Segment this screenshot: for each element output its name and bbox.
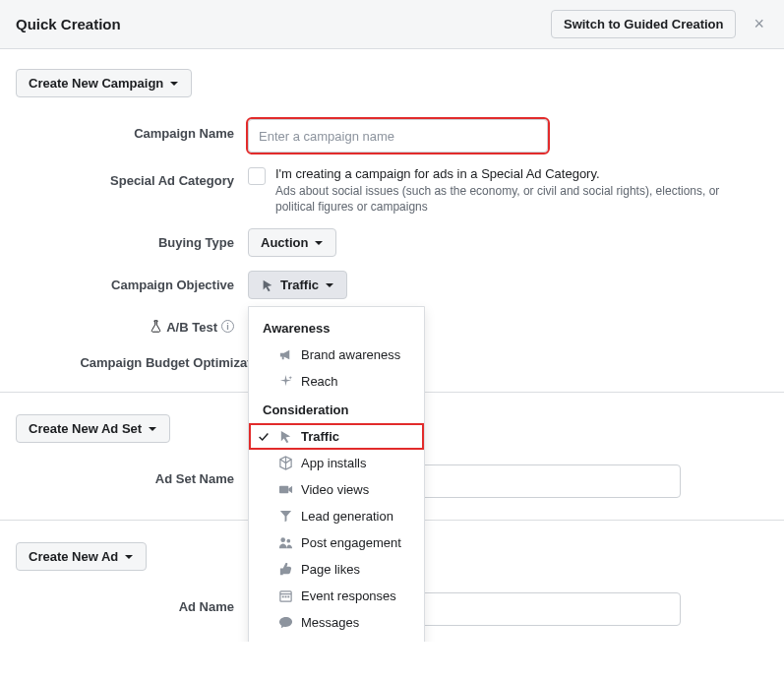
campaign-objective-dropdown[interactable]: Traffic [248,271,347,299]
special-ad-category-primary: I'm creating a campaign for ads in a Spe… [275,166,738,181]
objective-option-label: Messages [301,615,359,630]
special-ad-category-checkbox[interactable] [248,167,266,185]
objective-option-label: Event responses [301,588,396,603]
adset-name-label: Ad Set Name [16,464,248,498]
caret-down-icon [148,424,157,434]
cbo-label: Campaign Budget Optimization [80,355,271,370]
abtest-label: A/B Test [166,320,217,335]
create-new-adset-label: Create New Ad Set [29,421,142,436]
sparkle-icon [278,374,293,389]
info-icon[interactable]: i [221,320,234,333]
cursor-icon [261,279,274,292]
check-icon [257,430,271,444]
objective-option-lead-generation[interactable]: Lead generation [249,503,424,529]
campaign-name-input[interactable] [248,119,548,153]
objective-group-awareness: Awareness [249,313,424,341]
caret-down-icon [314,238,324,248]
thumb-icon [278,562,293,577]
calendar-icon [278,588,293,603]
people-icon [278,535,293,550]
objective-option-app-installs[interactable]: App installs [249,450,424,476]
campaign-name-label: Campaign Name [16,119,248,153]
switch-to-guided-label: Switch to Guided Creation [564,17,724,31]
objective-option-video-views[interactable]: Video views [249,476,424,503]
special-ad-category-label: Special Ad Category [16,166,248,215]
abtest-row-label: A/B Test i [16,313,248,335]
objective-option-label: Page likes [301,562,360,577]
cursor-icon [278,429,293,444]
video-icon [278,482,293,497]
campaign-section: Create New Campaign Campaign Name Specia… [16,65,768,392]
create-new-adset-button[interactable]: Create New Ad Set [16,414,170,443]
objective-group-consideration: Consideration [249,395,424,423]
create-new-ad-button[interactable]: Create New Ad [16,542,147,571]
buying-type-label: Buying Type [16,228,248,257]
objective-option-reach[interactable]: Reach [249,368,424,395]
objective-group-conversion: Conversion [249,636,424,642]
create-new-campaign-button[interactable]: Create New Campaign [16,69,192,97]
objective-option-label: Video views [301,482,369,497]
objective-dropdown-panel: Awareness Brand awareness Reach Consider… [248,306,425,642]
flask-icon [150,320,162,333]
close-icon[interactable]: × [750,14,768,34]
create-new-ad-label: Create New Ad [29,549,118,564]
objective-option-traffic[interactable]: Traffic [249,423,424,450]
campaign-objective-label: Campaign Objective [16,271,248,299]
objective-option-event-responses[interactable]: Event responses [249,583,424,609]
objective-option-label: Post engagement [301,535,401,550]
header-title: Quick Creation [16,16,551,32]
caret-down-icon [169,79,179,89]
switch-to-guided-button[interactable]: Switch to Guided Creation [551,10,737,38]
objective-option-page-likes[interactable]: Page likes [249,556,424,583]
megaphone-icon [278,347,293,362]
objective-option-label: Traffic [301,429,339,444]
objective-option-label: App installs [301,456,366,470]
objective-option-brand-awareness[interactable]: Brand awareness [249,341,424,368]
objective-option-messages[interactable]: Messages [249,609,424,636]
campaign-objective-value: Traffic [280,278,319,292]
objective-option-label: Reach [301,374,338,389]
cube-icon [278,456,293,470]
create-new-campaign-label: Create New Campaign [29,76,163,91]
caret-down-icon [124,552,134,562]
special-ad-category-secondary: Ads about social issues (such as the eco… [275,183,738,215]
buying-type-value: Auction [261,235,308,250]
objective-option-label: Lead generation [301,509,393,524]
objective-option-label: Brand awareness [301,347,400,362]
header-bar: Quick Creation Switch to Guided Creation… [0,0,784,49]
chat-icon [278,615,293,630]
buying-type-dropdown[interactable]: Auction [248,228,336,257]
ad-name-label: Ad Name [16,592,248,626]
objective-option-post-engagement[interactable]: Post engagement [249,529,424,556]
funnel-icon [278,509,293,524]
caret-down-icon [325,280,334,290]
